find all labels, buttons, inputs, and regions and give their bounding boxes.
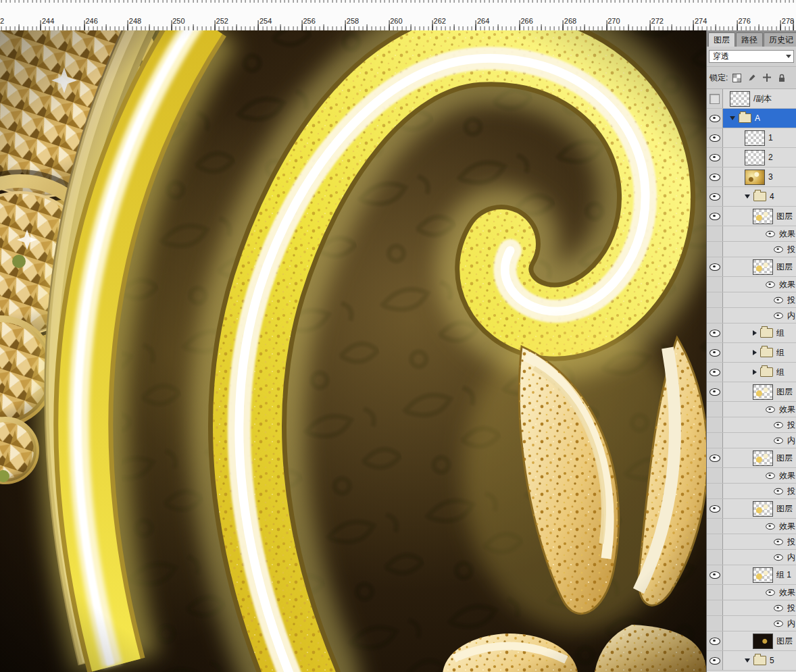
layer-row[interactable]: 图层 [707, 448, 796, 468]
effect-row[interactable]: 效果 [707, 402, 796, 417]
tab-history[interactable]: 历史记 [764, 32, 796, 47]
visibility-cell[interactable] [707, 308, 723, 323]
visibility-cell[interactable] [707, 448, 723, 467]
fx-eye-icon[interactable] [774, 620, 783, 626]
effect-row[interactable]: 投 [707, 417, 796, 433]
layer-row[interactable]: 组 1 [707, 565, 796, 585]
fx-eye-icon[interactable] [766, 281, 775, 287]
fx-eye-icon[interactable] [766, 589, 775, 595]
visibility-cell[interactable] [707, 565, 723, 584]
effect-row[interactable]: 内 [707, 550, 796, 565]
visibility-cell[interactable] [707, 128, 723, 147]
layer-row[interactable]: 图层 [707, 499, 796, 519]
eye-icon[interactable] [710, 134, 720, 142]
eye-icon[interactable] [710, 154, 720, 161]
effect-row[interactable]: 投 [707, 242, 796, 257]
blend-mode-select[interactable]: 穿透 [709, 50, 794, 63]
fx-eye-icon[interactable] [774, 488, 783, 494]
eye-icon[interactable] [710, 115, 720, 122]
visibility-cell[interactable] [707, 616, 723, 631]
fx-eye-icon[interactable] [766, 230, 775, 236]
fx-eye-icon[interactable] [766, 406, 775, 412]
layer-thumbnail[interactable] [753, 634, 773, 649]
visibility-cell[interactable] [707, 257, 723, 276]
visibility-cell[interactable] [707, 343, 723, 362]
fx-eye-icon[interactable] [774, 437, 783, 443]
layer-row[interactable]: 图层 [707, 207, 796, 226]
visibility-cell[interactable] [707, 550, 723, 565]
eye-icon[interactable] [710, 174, 720, 181]
visibility-cell[interactable] [707, 167, 723, 186]
layer-row[interactable]: /副本 [707, 89, 796, 109]
eye-icon[interactable] [710, 263, 720, 271]
group-row[interactable]: 4 [707, 187, 796, 207]
lock-transparent-pixels-button[interactable] [731, 72, 743, 83]
fx-eye-icon[interactable] [774, 312, 783, 318]
group-row[interactable]: 组 [707, 343, 796, 363]
visibility-cell[interactable] [707, 402, 723, 417]
eye-icon[interactable] [710, 638, 720, 645]
effect-row[interactable]: 投 [707, 484, 796, 499]
visibility-cell[interactable] [707, 148, 723, 167]
visibility-cell[interactable] [707, 363, 723, 382]
fx-eye-icon[interactable] [774, 538, 783, 544]
eye-icon[interactable] [710, 193, 720, 201]
visibility-cell[interactable] [707, 519, 723, 534]
effect-row[interactable]: 效果 [707, 585, 796, 600]
fx-eye-icon[interactable] [774, 421, 783, 428]
group-row[interactable]: 5 [707, 651, 796, 671]
horizontal-ruler[interactable]: 2244246248250252254256258260262264266268… [0, 0, 796, 31]
layer-row[interactable]: 图层 [707, 382, 796, 402]
eye-icon[interactable] [710, 657, 720, 665]
effect-row[interactable]: 投 [707, 292, 796, 308]
expand-toggle-icon[interactable] [745, 658, 750, 663]
layer-thumbnail[interactable] [753, 501, 773, 517]
visibility-cell[interactable] [707, 651, 723, 670]
visibility-cell[interactable] [707, 585, 723, 600]
expand-toggle-icon[interactable] [753, 330, 757, 336]
effect-row[interactable]: 内 [707, 433, 796, 448]
document-canvas[interactable] [0, 30, 706, 672]
layer-row[interactable]: 3 [707, 167, 796, 187]
layer-row[interactable]: 1 [707, 128, 796, 148]
layer-thumbnail[interactable] [753, 259, 773, 275]
effect-row[interactable]: 内 [707, 308, 796, 324]
lock-position-button[interactable] [761, 72, 772, 83]
visibility-cell[interactable] [707, 631, 723, 650]
layer-thumbnail[interactable] [753, 450, 773, 466]
eye-icon[interactable] [710, 571, 720, 579]
eye-icon[interactable] [710, 349, 720, 357]
visibility-cell[interactable] [707, 499, 723, 518]
layer-thumbnail[interactable] [753, 567, 773, 583]
group-row[interactable]: A [707, 109, 796, 128]
visibility-cell[interactable] [707, 484, 723, 498]
layer-thumbnail[interactable] [745, 150, 765, 165]
tab-layers[interactable]: 图层 [708, 32, 735, 47]
effect-row[interactable]: 投 [707, 600, 796, 616]
layer-thumbnail[interactable] [745, 170, 765, 185]
lock-image-pixels-button[interactable] [746, 72, 757, 83]
visibility-cell[interactable] [707, 324, 723, 342]
eye-icon[interactable] [710, 388, 720, 396]
effect-row[interactable]: 投 [707, 534, 796, 550]
effect-row[interactable]: 内 [707, 616, 796, 631]
lock-all-button[interactable] [776, 72, 787, 83]
layer-row[interactable]: 2 [707, 148, 796, 167]
layer-thumbnail[interactable] [730, 91, 750, 107]
effect-row[interactable]: 效果 [707, 226, 796, 242]
visibility-cell[interactable] [707, 109, 723, 128]
effect-row[interactable]: 效果 [707, 468, 796, 484]
layer-row[interactable]: 图层 [707, 257, 796, 277]
layer-thumbnail[interactable] [745, 130, 765, 146]
empty-visibility-well[interactable] [710, 94, 720, 104]
effect-row[interactable]: 效果 [707, 277, 796, 292]
expand-toggle-icon[interactable] [753, 350, 757, 355]
visibility-cell[interactable] [707, 277, 723, 292]
visibility-cell[interactable] [707, 207, 723, 226]
layer-thumbnail[interactable] [753, 384, 773, 400]
layer-row[interactable]: 图层 [707, 631, 796, 651]
group-row[interactable]: 组 [707, 363, 796, 382]
fx-eye-icon[interactable] [774, 554, 783, 560]
visibility-cell[interactable] [707, 187, 723, 206]
group-row[interactable]: 组 [707, 324, 796, 343]
